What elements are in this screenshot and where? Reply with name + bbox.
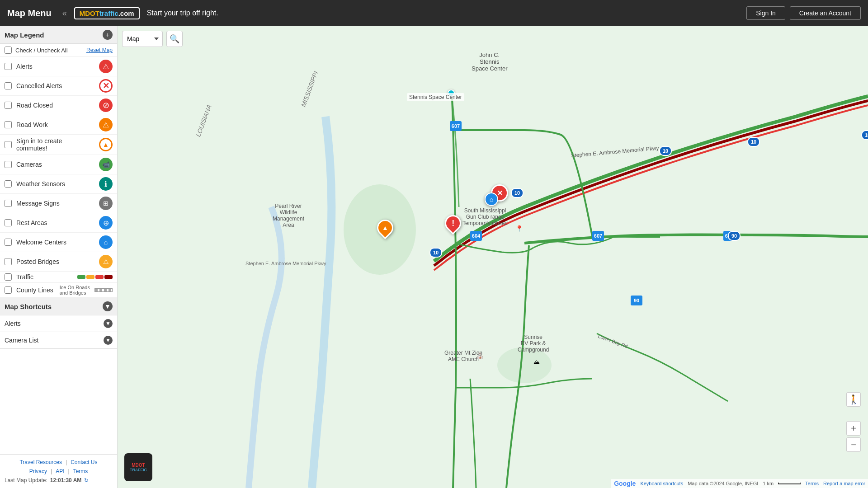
alert-marker-1[interactable]: ! [445,215,461,231]
welcome-centers-checkbox[interactable] [5,239,12,246]
map-zoom-controls: + − [846,421,861,452]
shortcut-camera-list[interactable]: Camera List ▼ [0,332,117,349]
map-shortcuts-toggle[interactable]: ▼ [103,301,113,311]
svg-rect-0 [118,26,868,488]
traffic-bars [77,275,113,279]
map-data-attribution: Map data ©2024 Google, INEGI [688,481,758,486]
terms-attribution[interactable]: Terms [805,481,819,486]
check-all-checkbox[interactable] [5,47,12,54]
refresh-icon[interactable]: ↻ [84,477,89,483]
map-shortcuts-header[interactable]: Map Shortcuts ▼ [0,298,117,315]
keyboard-shortcuts[interactable]: Keyboard shortcuts [640,481,683,486]
map-shortcuts-title: Map Shortcuts [5,303,52,310]
i90-shield: 10 [747,137,760,147]
legend-item-cameras[interactable]: Cameras 📹 [0,155,117,174]
commutes-label: Sign in to create commutes! [16,137,94,152]
sign-in-button[interactable]: Sign In [746,6,785,20]
cameras-icon: 📹 [99,158,113,171]
cameras-checkbox[interactable] [5,161,12,168]
reset-map-button[interactable]: Reset Map [86,47,113,53]
map-area[interactable]: Map Satellite Terrain 🔍 [118,26,868,488]
route-607-shield-mid: 607 [592,231,604,241]
rest-areas-checkbox[interactable] [5,219,12,226]
last-update-time: 12:01:30 AM [50,477,82,483]
sidebar: Map Legend + Check / Uncheck All Reset M… [0,26,118,488]
message-signs-checkbox[interactable] [5,200,12,207]
message-signs-icon: ⊞ [99,197,113,210]
legend-item-road-closed[interactable]: Road Closed ⊘ [0,96,117,115]
footer-links-row2: Privacy | API | Terms [5,468,113,474]
zoom-in-button[interactable]: + [846,421,861,436]
last-update: Last Map Update: 12:01:30 AM ↻ [5,477,113,483]
message-signs-label: Message Signs [16,200,94,207]
collapse-button[interactable]: « [62,9,67,18]
legend-item-road-work[interactable]: Road Work ⚠ [0,115,117,135]
county-lines-label: County Lines [16,286,55,294]
ice-label: Ice On Roads and Bridges [60,285,90,296]
county-lines-checkbox[interactable] [5,286,12,294]
cancelled-alerts-checkbox[interactable] [5,82,12,89]
zoom-out-button[interactable]: − [846,437,861,452]
google-logo: Google [614,480,636,487]
map-legend-header[interactable]: Map Legend + [0,26,117,44]
county-line-sample [94,288,113,292]
commutes-checkbox[interactable] [5,141,12,148]
i90-shield-right: 90 [728,231,741,241]
check-all-label: Check / Uncheck All [15,47,83,54]
legend-controls: Check / Uncheck All Reset Map [0,44,117,57]
weather-sensors-checkbox[interactable] [5,180,12,188]
travel-resources-link[interactable]: Travel Resources [19,459,62,465]
header-tagline: Start your trip off right. [147,9,740,17]
app-title: Map Menu [7,8,52,19]
welcome-centers-icon: ⌂ [99,235,113,249]
cameras-label: Cameras [16,161,94,168]
report-error[interactable]: Report a map error [823,481,865,486]
alerts-checkbox[interactable] [5,63,12,70]
legend-item-weather-sensors[interactable]: Weather Sensors ℹ [0,174,117,194]
contact-us-link[interactable]: Contact Us [71,459,97,465]
legend-item-posted-bridges[interactable]: Posted Bridges ⚠ [0,252,117,272]
road-work-marker[interactable]: ▲ [377,220,393,236]
posted-bridges-checkbox[interactable] [5,258,12,265]
location-marker-gun-club: 📍 [515,225,523,232]
legend-item-welcome-centers[interactable]: Welcome Centers ⌂ [0,233,117,252]
last-update-label: Last Map Update: [5,477,47,483]
terms-link[interactable]: Terms [73,468,88,474]
footer-links: Travel Resources | Contact Us [5,459,113,465]
shortcut-camera-list-label: Camera List [5,337,38,344]
map-search-button[interactable]: 🔍 [166,31,183,47]
road-closed-icon: ⊘ [99,99,113,112]
scale-text: 1 km [763,481,774,486]
road-work-checkbox[interactable] [5,121,12,128]
map-type-select[interactable]: Map Satellite Terrain [122,31,163,47]
traffic-checkbox[interactable] [5,273,12,281]
map-legend-toggle[interactable]: + [103,30,113,40]
ambrose-pkwy-bottom-label: Stephen E. Ambrose Memorial Pkwy [244,260,328,267]
shortcut-camera-list-expand[interactable]: ▼ [104,336,113,345]
traffic-bar-red [95,275,104,279]
header: Map Menu « MDOTtraffic.com Start your tr… [0,0,868,26]
traffic-bar-dark-red [104,275,113,279]
privacy-link[interactable]: Privacy [29,468,47,474]
legend-item-alerts[interactable]: Alerts ⚠ [0,57,117,76]
shortcut-alerts[interactable]: Alerts ▼ [0,315,117,332]
route-607-shield-top: 607 [450,121,462,131]
traffic-label: Traffic [16,273,73,281]
map-legend-title: Map Legend [5,31,44,39]
create-account-button[interactable]: Create an Account [790,6,861,20]
legend-item-message-signs[interactable]: Message Signs ⊞ [0,194,117,213]
road-closed-checkbox[interactable] [5,102,12,109]
legend-item-commutes[interactable]: Sign in to create commutes! ▲ [0,135,117,155]
map-attribution: Google Keyboard shortcuts Map data ©2024… [611,479,868,488]
posted-bridges-label: Posted Bridges [16,258,94,265]
legend-item-cancelled-alerts[interactable]: Cancelled Alerts ✕ [0,76,117,96]
gun-club-label: South MississippiGun Club rangeTemporari… [461,207,509,227]
legend-item-rest-areas[interactable]: Rest Areas ⊕ [0,213,117,233]
home-marker[interactable]: ⌂ [485,192,498,206]
shortcut-alerts-expand[interactable]: ▼ [104,319,113,328]
legend-item-traffic[interactable]: Traffic [0,272,117,283]
api-link[interactable]: API [56,468,64,474]
legend-item-county-lines[interactable]: County Lines Ice On Roads and Bridges [0,283,117,298]
streetview-button[interactable]: 🚶 [846,392,861,407]
rest-areas-label: Rest Areas [16,219,94,226]
